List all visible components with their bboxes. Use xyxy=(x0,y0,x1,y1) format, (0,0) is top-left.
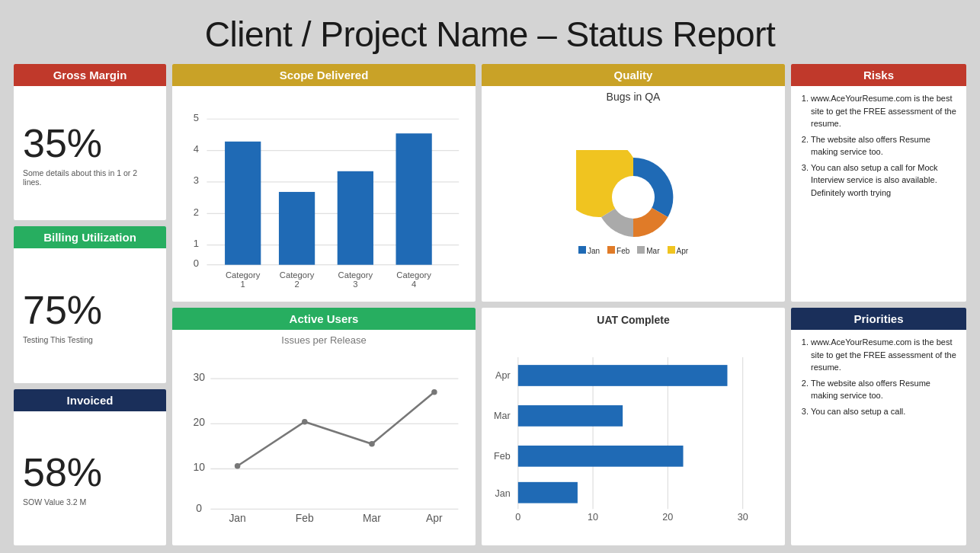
svg-text:4: 4 xyxy=(194,143,199,155)
svg-text:30: 30 xyxy=(738,512,748,523)
svg-text:Category: Category xyxy=(338,270,373,280)
priorities-list: www.AceYourResume.com is the best site t… xyxy=(799,336,959,417)
risks-list: www.AceYourResume.com is the best site t… xyxy=(799,92,959,199)
svg-text:Feb: Feb xyxy=(494,451,511,462)
donut-hole xyxy=(612,176,655,219)
uat-chart: 0 10 20 30 xyxy=(489,331,777,542)
svg-text:Jan: Jan xyxy=(495,488,510,499)
bar-cat1 xyxy=(225,142,261,265)
priorities-header: Priorities xyxy=(791,308,966,330)
invoiced-header: Invoiced xyxy=(14,389,166,411)
bar-uat-feb xyxy=(518,446,684,467)
svg-text:0: 0 xyxy=(196,502,202,514)
billing-detail: Testing This Testing xyxy=(23,335,157,344)
point-mar xyxy=(369,441,375,447)
uat-body: 0 10 20 30 xyxy=(482,326,785,545)
svg-text:2: 2 xyxy=(294,280,299,289)
quality-header: Quality xyxy=(482,64,785,86)
priority-item-2: The website also offers Resume making se… xyxy=(811,377,959,402)
scope-header: Scope Delivered xyxy=(172,64,476,86)
bar-cat4 xyxy=(396,133,432,264)
svg-text:1: 1 xyxy=(194,238,199,249)
invoiced-value: 58% xyxy=(23,451,157,494)
scope-body: 5 4 3 2 1 0 xyxy=(172,86,476,302)
uat-title: UAT Complete xyxy=(482,308,785,326)
svg-text:Category: Category xyxy=(396,270,431,280)
svg-text:0: 0 xyxy=(515,512,520,523)
point-jan xyxy=(235,463,241,469)
svg-text:10: 10 xyxy=(193,461,205,473)
svg-text:3: 3 xyxy=(194,174,199,186)
bar-uat-jan xyxy=(518,482,578,503)
point-apr xyxy=(431,389,437,395)
priorities-body: www.AceYourResume.com is the best site t… xyxy=(791,330,966,545)
svg-text:Category: Category xyxy=(280,270,315,280)
quality-subtitle: Bugs in QA xyxy=(489,91,777,103)
svg-text:Apr: Apr xyxy=(426,512,443,524)
scope-panel: Scope Delivered 5 4 3 2 1 0 xyxy=(172,64,476,302)
svg-text:4: 4 xyxy=(412,280,416,289)
page: Client / Project Name – Status Report Gr… xyxy=(0,0,980,553)
risks-header: Risks xyxy=(791,64,966,86)
kpi-column: Gross Margin 35% Some details about this… xyxy=(14,64,166,545)
svg-text:3: 3 xyxy=(353,280,357,289)
billing-header: Billing Utilization xyxy=(14,226,166,248)
priority-item-3: You can also setup a call. xyxy=(811,405,959,418)
svg-text:Category: Category xyxy=(226,270,261,280)
uat-panel: UAT Complete 0 10 20 30 xyxy=(482,308,785,545)
active-users-panel: Active Users Issues per Release 30 20 10… xyxy=(172,308,476,545)
svg-text:5: 5 xyxy=(194,112,199,123)
svg-text:20: 20 xyxy=(662,512,673,523)
risks-body: www.AceYourResume.com is the best site t… xyxy=(791,86,966,302)
invoiced-body: 58% SOW Value 3.2 M xyxy=(14,411,166,545)
page-title: Client / Project Name – Status Report xyxy=(14,8,966,64)
gross-margin-card: Gross Margin 35% Some details about this… xyxy=(14,64,166,220)
legend-apr: Apr xyxy=(668,246,689,255)
active-users-subtitle: Issues per Release xyxy=(180,334,468,346)
priority-item-1: www.AceYourResume.com is the best site t… xyxy=(811,336,959,374)
donut-legend: Jan Feb Mar Apr xyxy=(578,246,688,255)
risks-panel: Risks www.AceYourResume.com is the best … xyxy=(791,64,966,302)
bar-cat3 xyxy=(338,171,373,265)
gross-margin-value: 35% xyxy=(23,122,157,165)
legend-jan: Jan xyxy=(578,246,600,255)
billing-card: Billing Utilization 75% Testing This Tes… xyxy=(14,226,166,382)
svg-text:2: 2 xyxy=(194,206,199,218)
line-chart-path xyxy=(238,392,434,466)
invoiced-card: Invoiced 58% SOW Value 3.2 M xyxy=(14,389,166,545)
billing-value: 75% xyxy=(23,289,157,332)
svg-text:1: 1 xyxy=(241,280,245,289)
scope-chart: 5 4 3 2 1 0 xyxy=(180,91,468,299)
bar-uat-mar xyxy=(518,405,623,427)
svg-text:Mar: Mar xyxy=(494,411,511,421)
gross-margin-detail: Some details about this in 1 or 2 lines. xyxy=(23,168,157,187)
risk-item-1: www.AceYourResume.com is the best site t… xyxy=(811,92,959,130)
svg-text:Apr: Apr xyxy=(495,370,511,381)
svg-text:0: 0 xyxy=(194,257,199,269)
priorities-panel: Priorities www.AceYourResume.com is the … xyxy=(791,308,966,545)
billing-body: 75% Testing This Testing xyxy=(14,248,166,382)
risk-item-2: The website also offers Resume making se… xyxy=(811,133,959,158)
active-users-chart: 30 20 10 0 xyxy=(180,347,468,542)
main-grid: Gross Margin 35% Some details about this… xyxy=(14,64,966,545)
active-users-body: Issues per Release 30 20 10 0 xyxy=(172,330,476,545)
svg-text:Jan: Jan xyxy=(229,512,245,524)
svg-text:20: 20 xyxy=(193,416,205,428)
svg-text:10: 10 xyxy=(588,512,598,523)
risk-item-3: You can also setup a call for Mock Inter… xyxy=(811,161,959,200)
svg-text:30: 30 xyxy=(193,371,205,383)
invoiced-detail: SOW Value 3.2 M xyxy=(23,497,157,507)
point-feb xyxy=(302,419,308,425)
donut-chart xyxy=(576,150,690,249)
bar-cat2 xyxy=(279,192,315,265)
gross-margin-body: 35% Some details about this in 1 or 2 li… xyxy=(14,86,166,220)
legend-feb: Feb xyxy=(607,246,629,255)
quality-panel: Quality Bugs in QA xyxy=(482,64,785,302)
quality-body: Bugs in QA xyxy=(482,86,785,302)
svg-text:Mar: Mar xyxy=(363,512,381,524)
legend-mar: Mar xyxy=(637,246,659,255)
svg-text:Feb: Feb xyxy=(296,512,314,524)
gross-margin-header: Gross Margin xyxy=(14,64,166,86)
bar-uat-apr xyxy=(518,365,728,386)
active-users-header: Active Users xyxy=(172,308,476,330)
